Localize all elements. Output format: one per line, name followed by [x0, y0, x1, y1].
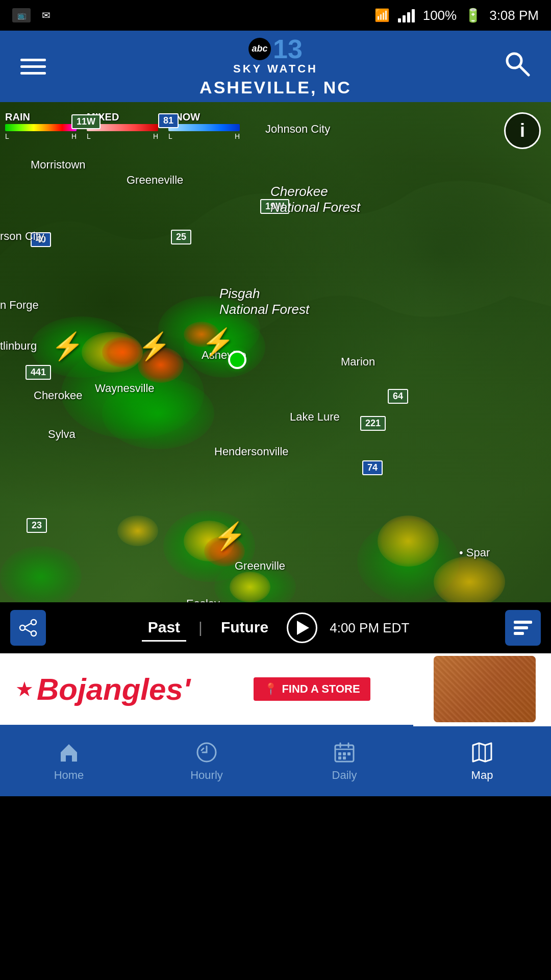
tlinburg-label: tlinburg [0, 339, 37, 353]
email-icon: ✉ [37, 6, 55, 24]
play-button[interactable] [287, 612, 317, 643]
find-store-icon: 📍 [264, 682, 278, 696]
playback-controls: Past | Future 4:00 PM EDT [0, 602, 551, 653]
battery-percentage: 100% [423, 8, 457, 23]
abc-label: abc [248, 38, 271, 60]
time-display: 4:00 PM EDT [330, 620, 409, 636]
easley-label: Easley [186, 597, 220, 602]
svg-rect-13 [343, 752, 346, 755]
notification-icon: 📺 [12, 8, 31, 22]
svg-point-3 [31, 631, 36, 636]
cherokee-label: Cherokee [34, 389, 82, 402]
find-store-label: FIND A STORE [282, 682, 360, 696]
boj-name: Bojangles' [37, 672, 190, 707]
lake-lure-label: Lake Lure [290, 410, 340, 424]
menu-icon-line2 [20, 65, 46, 68]
svg-rect-14 [347, 752, 350, 755]
morristown-label: Morristown [31, 158, 86, 172]
past-button[interactable]: Past [142, 615, 186, 642]
nav-daily-label: Daily [332, 769, 357, 782]
hourly-icon [195, 741, 218, 766]
lightning-4: ⚡ [213, 521, 246, 552]
pisgah-nf-label: PisgahNational Forest [219, 286, 309, 317]
info-button[interactable]: i [504, 112, 541, 149]
rain-legend: RAIN LH [5, 111, 77, 140]
share-button[interactable] [10, 610, 46, 646]
svg-line-6 [25, 629, 31, 632]
menu-icon-line1 [20, 59, 46, 61]
divider: | [198, 619, 203, 636]
nav-map-label: Map [471, 769, 493, 782]
road-sign-221: 221 [360, 416, 386, 431]
svg-rect-16 [343, 756, 346, 760]
road-sign-81: 81 [158, 113, 179, 128]
find-store-button[interactable]: 📍 FIND A STORE [254, 677, 370, 701]
waynesville-label: Waynesville [95, 382, 155, 395]
bottom-navigation: Home Hourly Daily [0, 725, 551, 796]
snow-legend: SNOW LH [168, 111, 240, 140]
svg-rect-12 [338, 752, 341, 755]
clock: 3:08 PM [489, 8, 539, 23]
nav-map[interactable]: Map [413, 725, 551, 796]
road-sign-23: 23 [27, 518, 47, 533]
map-icon [471, 741, 493, 766]
wifi-icon: 📶 [374, 8, 390, 22]
battery-icon: 🔋 [465, 8, 481, 23]
lightning-3: ⚡ [202, 327, 235, 358]
nav-home-label: Home [54, 769, 84, 782]
svg-line-1 [520, 66, 529, 75]
lightning-1: ⚡ [51, 331, 84, 362]
header: abc 13 SKY WATCH ASHEVILLE, NC [0, 31, 551, 102]
johnson-city-label: Johnson City [265, 122, 330, 136]
advertisement-banner[interactable]: ★ Bojangles' 📍 FIND A STORE [0, 653, 551, 725]
n-forge-label: n Forge [0, 299, 39, 312]
nav-hourly[interactable]: Hourly [138, 725, 276, 796]
road-sign-441: 441 [26, 365, 51, 380]
rain-scale: LH [5, 132, 77, 140]
nav-hourly-label: Hourly [190, 769, 223, 782]
logo-badge: abc 13 [248, 36, 303, 62]
layers-icon [514, 621, 532, 635]
snow-gradient [168, 124, 240, 131]
nav-home[interactable]: Home [0, 725, 138, 796]
time-controls: Past | Future 4:00 PM EDT [51, 612, 500, 643]
mixed-scale: LH [87, 132, 158, 140]
menu-button[interactable] [20, 59, 46, 75]
svg-rect-15 [338, 756, 341, 760]
signal-icon [398, 8, 415, 22]
radar-map[interactable]: RAIN LH MIXED LH SNOW LH 11W 81 40 [0, 102, 551, 602]
city-label: ASHEVILLE, NC [199, 78, 352, 97]
road-sign-25: 25 [171, 230, 191, 244]
rson-city-label: rson City [0, 230, 44, 243]
food-image [434, 656, 536, 722]
snow-scale: LH [168, 132, 240, 140]
snow-label: SNOW [168, 111, 240, 123]
future-button[interactable]: Future [215, 615, 274, 642]
home-icon [58, 741, 80, 766]
search-button[interactable] [504, 51, 531, 83]
food-texture [434, 656, 536, 722]
marion-label: Marion [341, 355, 375, 369]
map-background: RAIN LH MIXED LH SNOW LH 11W 81 40 [0, 102, 551, 602]
boj-star: ★ [15, 677, 34, 701]
layers-button[interactable] [505, 610, 541, 646]
current-location-dot [228, 351, 246, 369]
hendersonville-label: Hendersonville [214, 445, 289, 458]
status-bar: 📺 ✉ 📶 100% 🔋 3:08 PM [0, 0, 551, 31]
share-icon [18, 618, 38, 638]
svg-line-5 [25, 623, 31, 627]
lightning-2: ⚡ [138, 331, 171, 362]
svg-marker-17 [473, 743, 491, 762]
road-sign-11w: 11W [71, 114, 101, 129]
spar-label: • Spar [459, 546, 490, 559]
nav-daily[interactable]: Daily [276, 725, 413, 796]
road-sign-64: 64 [388, 389, 408, 404]
svg-point-4 [20, 625, 25, 630]
greenville-label: Greenville [235, 559, 285, 573]
sylva-label: Sylva [48, 428, 76, 441]
rain-label: RAIN [5, 111, 77, 123]
play-icon [297, 621, 309, 635]
rain-gradient [5, 124, 77, 131]
status-icons: 📺 ✉ [12, 6, 55, 24]
app-logo: abc 13 SKY WATCH ASHEVILLE, NC [199, 36, 352, 97]
